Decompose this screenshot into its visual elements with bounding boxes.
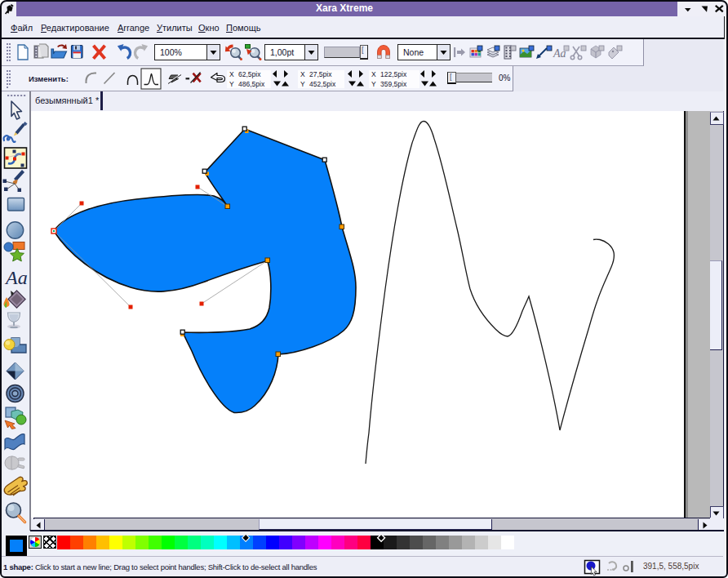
svg-text:Aa: Aa bbox=[4, 267, 28, 288]
